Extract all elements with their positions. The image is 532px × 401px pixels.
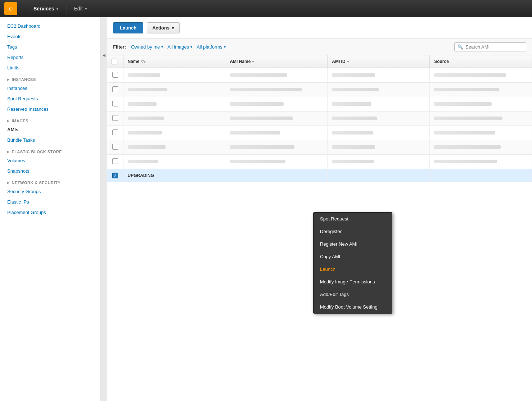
table-row[interactable] <box>107 140 532 155</box>
layout: EC2 Dashboard Events Tags Reports Limits… <box>0 17 532 401</box>
section-elastic-block-store: ELASTIC BLOCK STORE <box>0 145 100 155</box>
services-label: Services <box>33 6 54 12</box>
row-checkbox-cell <box>107 169 123 182</box>
col-ami-name: AMI Name ▾ <box>225 55 328 68</box>
sidebar-item-snapshots[interactable]: Snapshots <box>0 166 100 176</box>
row-cell <box>430 140 532 155</box>
row-cell <box>430 111 532 126</box>
col-source: Source <box>430 55 532 68</box>
table-row[interactable] <box>107 111 532 126</box>
edit-chevron: ▼ <box>84 7 88 11</box>
sidebar-item-amis[interactable]: AMIs <box>0 124 100 135</box>
sidebar-item-reports[interactable]: Reports <box>0 52 100 63</box>
row-cell <box>225 169 328 182</box>
table-row[interactable] <box>107 155 532 169</box>
launch-button[interactable]: Launch <box>113 22 143 33</box>
row-cell <box>430 83 532 97</box>
select-all-checkbox[interactable] <box>112 59 117 64</box>
all-platforms-filter[interactable]: All platforms ▾ <box>196 43 226 51</box>
row-checkbox[interactable] <box>112 158 118 164</box>
sidebar-item-volumes[interactable]: Volumes <box>0 155 100 166</box>
edit-button[interactable]: Edit ▼ <box>71 4 91 13</box>
ami-name-sort-icon[interactable]: ▾ <box>252 59 254 64</box>
sidebar-item-limits[interactable]: Limits <box>0 63 100 73</box>
name-filter-icon[interactable]: ▽▾ <box>141 59 146 64</box>
row-cell <box>328 97 430 111</box>
row-cell <box>225 97 328 111</box>
row-cell <box>225 68 328 83</box>
ami-id-sort-icon[interactable]: ▾ <box>347 59 349 64</box>
table-row[interactable] <box>107 83 532 97</box>
nav-divider <box>26 4 26 14</box>
row-checkbox-cell <box>107 155 123 169</box>
actions-button[interactable]: Actions ▾ <box>147 22 180 33</box>
context-menu-item-register-new-ami[interactable]: Register New AMI <box>314 238 392 250</box>
context-menu-item-copy-ami[interactable]: Copy AMI <box>314 250 392 263</box>
row-checkbox-cell <box>107 97 123 111</box>
section-instances: INSTANCES <box>0 73 100 83</box>
row-checkbox[interactable] <box>112 101 118 106</box>
row-cell <box>225 140 328 155</box>
col-checkbox <box>107 55 123 68</box>
row-checkbox[interactable] <box>112 115 118 121</box>
row-checkbox-cell <box>107 68 123 83</box>
context-menu-item-modify-boot-volume[interactable]: Modify Boot Volume Setting <box>314 301 392 313</box>
nav-divider-2 <box>67 4 67 14</box>
row-name <box>123 111 225 126</box>
sidebar: EC2 Dashboard Events Tags Reports Limits… <box>0 17 101 401</box>
table-row[interactable] <box>107 68 532 83</box>
table-row[interactable] <box>107 97 532 111</box>
context-menu-item-add-edit-tags[interactable]: Add/Edit Tags <box>314 288 392 301</box>
row-checkbox[interactable] <box>112 129 118 135</box>
row-checkbox[interactable] <box>112 173 118 178</box>
row-name <box>123 83 225 97</box>
row-cell <box>328 126 430 140</box>
context-menu-item-launch[interactable]: Launch <box>314 263 392 275</box>
row-name <box>123 97 225 111</box>
sidebar-collapse-button[interactable]: ◀ <box>101 17 107 401</box>
sidebar-item-elastic-ips[interactable]: Elastic IPs <box>0 197 100 207</box>
table-row[interactable]: UPGRADING <box>107 169 532 182</box>
edit-label: Edit <box>74 6 83 12</box>
sidebar-item-events[interactable]: Events <box>0 31 100 42</box>
all-platforms-caret: ▾ <box>224 45 226 49</box>
sidebar-item-instances[interactable]: Instances <box>0 83 100 94</box>
row-checkbox-cell <box>107 126 123 140</box>
sidebar-item-tags[interactable]: Tags <box>0 42 100 52</box>
sidebar-item-bundle-tasks[interactable]: Bundle Tasks <box>0 135 100 145</box>
top-nav: ⬡ Services ▼ Edit ▼ <box>0 0 532 17</box>
context-menu-item-spot-request[interactable]: Spot Request <box>314 213 392 225</box>
row-cell <box>225 155 328 169</box>
search-icon: 🔍 <box>457 44 463 50</box>
row-name <box>123 126 225 140</box>
sidebar-item-placement-groups[interactable]: Placement Groups <box>0 207 100 218</box>
section-network-security: NETWORK & SECURITY <box>0 176 100 186</box>
row-checkbox[interactable] <box>112 72 118 78</box>
row-checkbox[interactable] <box>112 86 118 92</box>
row-cell <box>430 126 532 140</box>
sidebar-item-ec2-dashboard[interactable]: EC2 Dashboard <box>0 21 100 31</box>
search-input[interactable] <box>465 44 523 50</box>
filter-label: Filter: <box>113 44 126 50</box>
row-cell <box>328 83 430 97</box>
sidebar-item-spot-requests[interactable]: Spot Requests <box>0 94 100 104</box>
row-checkbox[interactable] <box>112 144 118 150</box>
all-images-filter[interactable]: All images ▾ <box>167 43 193 51</box>
main-content: Launch Actions ▾ Filter: Owned by me ▾ A… <box>107 17 532 401</box>
row-cell <box>225 111 328 126</box>
services-button[interactable]: Services ▼ <box>31 4 62 13</box>
collapse-icon: ◀ <box>103 53 105 57</box>
owned-by-me-filter[interactable]: Owned by me ▾ <box>130 43 164 51</box>
row-checkbox-cell <box>107 111 123 126</box>
toolbar: Launch Actions ▾ <box>107 17 532 39</box>
row-cell <box>328 68 430 83</box>
context-menu-item-modify-image-permissions[interactable]: Modify Image Permissions <box>314 275 392 288</box>
sidebar-item-reserved-instances[interactable]: Reserved Instances <box>0 104 100 114</box>
context-menu-item-deregister[interactable]: Deregister <box>314 225 392 238</box>
row-cell <box>430 97 532 111</box>
services-chevron: ▼ <box>56 7 59 11</box>
sidebar-item-security-groups[interactable]: Security Groups <box>0 186 100 197</box>
table-row[interactable] <box>107 126 532 140</box>
search-box: 🔍 <box>454 42 526 51</box>
row-name: UPGRADING <box>123 169 225 182</box>
